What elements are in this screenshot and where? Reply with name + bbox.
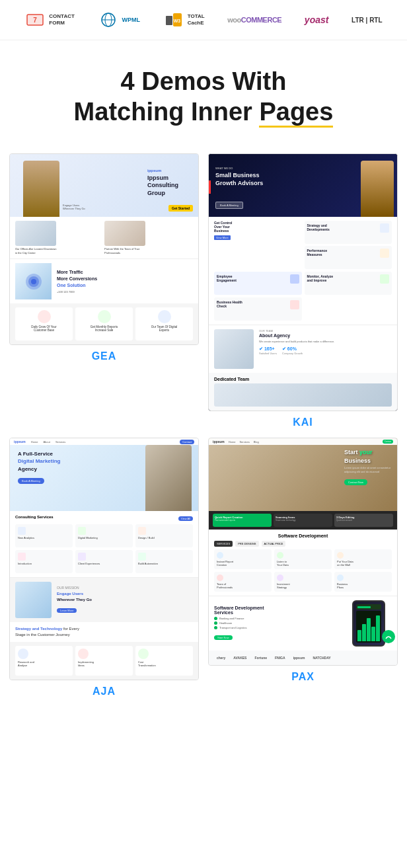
svg-text:W3: W3 <box>173 19 180 23</box>
aja-service-new-analytics: New Analytics <box>15 524 73 547</box>
pax-dev-healthcare: Healthcare <box>214 621 347 625</box>
aja-service-digital-marketing: Digital Marketing <box>75 524 133 547</box>
gea-bottom-section: Daily Grow Of YourCustomer Base Get Mont… <box>10 303 198 344</box>
aja-bottom-research: Research andAnalyse <box>15 646 73 676</box>
gea-person-image <box>23 161 59 217</box>
demos-grid: ippsum Ippsum Consulting Group Get Start… <box>0 147 407 717</box>
gea-traffic-section: More Traffic More Conversions One Soluti… <box>10 258 198 303</box>
pax-logo-chery: chery <box>214 654 228 661</box>
kai-card-employee: EmployeeEngagement <box>214 272 302 295</box>
svg-text:7: 7 <box>34 17 38 24</box>
pax-logo-avakes: AVAKES <box>231 654 249 661</box>
demo-card-aja: ippsum Home About Services Contact A Ful… <box>9 438 199 697</box>
kai-card-strategy: Strategy andDevelopments <box>305 221 392 244</box>
plugin-total-cache: W3 TOTALCachE <box>163 9 205 30</box>
aja-service-design: Design / Build <box>135 524 193 547</box>
gea-bottom-item-1: Daily Grow Of YourCustomer Base <box>15 307 73 340</box>
aja-preview: ippsum Home About Services Contact A Ful… <box>9 438 199 680</box>
pax-service-listen-data: Listen toYour Data <box>274 549 332 569</box>
aja-services-section: Consulting Services View All New Analyti… <box>10 511 198 577</box>
contact-form-icon: 7 <box>24 9 46 30</box>
aja-service-introduction: Introduction <box>15 550 73 573</box>
aja-label: AJA <box>92 686 116 697</box>
pax-logo-fortune: Fortune <box>252 654 270 661</box>
plugin-bar: 7 CONTACTFORM WPML W3 TOTALCachE <box>0 0 407 40</box>
pax-dev-banking: Banking and Finance <box>214 617 347 620</box>
gea-bottom-item-2: Get Monthly ReportsIncrease Sale <box>75 307 133 340</box>
wpml-icon <box>98 9 119 30</box>
pax-service-team: Team ofProfessionals <box>214 572 272 592</box>
hero-underline: Pages <box>259 98 333 128</box>
pax-dev-transport: Transport and Logistics <box>214 626 347 629</box>
gea-hero-text: ippsum Ippsum Consulting Group <box>147 167 178 197</box>
pax-logo-natchday: NATCHDAY <box>310 654 333 661</box>
svg-rect-6 <box>166 16 172 25</box>
pax-quick-editing: 3 Days Editing Quick turn around <box>334 514 393 527</box>
demo-card-kai: WHAT WE DO Small Business Growth Advisor… <box>208 153 398 428</box>
pax-service-put-data: Put Your Dataon the Wall <box>334 549 392 569</box>
kai-hero-text: WHAT WE DO Small Business Growth Advisor… <box>215 164 263 187</box>
total-cache-icon: W3 <box>163 9 184 30</box>
kai-hero: WHAT WE DO Small Business Growth Advisor… <box>209 154 397 217</box>
pax-service-strategy: InvestmentStrategy <box>274 572 332 592</box>
kai-dedicated-team: Dedicated Team <box>209 373 397 411</box>
pax-hero: ippsum Home Services Blog Contact Start … <box>209 438 397 511</box>
gea-thumb2 <box>104 221 145 246</box>
kai-stats: ✔ 165+ Satisfied Users ✔ 60% Company Gro… <box>259 346 334 355</box>
kai-team-section: OUR TEAM About Agency We create experien… <box>209 325 397 373</box>
gea-middle-section: Our Offices Are Located Downtownin the C… <box>10 217 198 258</box>
gea-traffic-text: More Traffic More Conversions One Soluti… <box>57 269 97 294</box>
gea-traffic-image <box>15 263 52 299</box>
demo-card-pax: ippsum Home Services Blog Contact Start … <box>208 438 398 697</box>
pax-quick-report: Quick Report Creation Fast automated rep… <box>213 514 272 527</box>
aja-bottom-section: Research andAnalyse ImplementingIdeas Co… <box>10 642 198 680</box>
kai-card-performance: PerformanceMeasures <box>305 246 392 269</box>
pax-logos-section: chery AVAKES Fortune FNIGA ippsum NATCHD… <box>209 651 397 665</box>
aja-bottom-implementing: ImplementingIdeas <box>75 646 133 676</box>
pax-signal-icon <box>382 630 395 643</box>
hero-section: 4 Demos With Matching Inner Pages <box>0 40 407 147</box>
pax-services-grid: Instant ReportCreation Listen toYour Dat… <box>214 549 392 592</box>
aja-engage-section: OUR MISSION Engage UsersWherever They Go… <box>10 577 198 622</box>
kai-cta-btn: Book A Meeting <box>215 202 243 209</box>
aja-hero: ippsum Home About Services Contact A Ful… <box>10 438 198 511</box>
gea-hero: ippsum Ippsum Consulting Group Get Start… <box>10 154 198 217</box>
aja-strategy-section: Strategy and Technology for Every Stage … <box>10 622 198 642</box>
pax-software-section: Software Development SERVICES PRE DESIGN… <box>209 530 397 596</box>
pax-software-title: Software Development <box>214 533 392 538</box>
pax-service-plans: BusinessPlans <box>334 572 392 592</box>
plugin-contact-form: 7 CONTACTFORM <box>24 9 75 30</box>
pax-tab-price[interactable]: ACTUAL PRICE <box>262 541 286 547</box>
aja-hero-image <box>145 445 192 511</box>
pax-label: PAX <box>291 671 314 683</box>
pax-tab-services[interactable]: SERVICES <box>214 541 233 547</box>
kai-label: KAI <box>293 416 313 428</box>
aja-bottom-cost: CostTransformation <box>135 646 193 676</box>
aja-service-build-auto: Build Automation <box>135 550 193 573</box>
hero-line1: 4 Demos With <box>121 67 287 95</box>
aja-cta-btn: Book A Meeting <box>18 478 44 484</box>
pax-tabs: SERVICES PRE DESIGNS ACTUAL PRICE <box>214 541 392 547</box>
kai-preview: WHAT WE DO Small Business Growth Advisor… <box>208 153 398 411</box>
pax-logo-fniga: FNIGA <box>272 654 288 661</box>
kai-person-image <box>361 161 394 217</box>
pax-tab-predesigns[interactable]: PRE DESIGNS <box>235 541 258 547</box>
kai-card-monitor: Monitor, Analyzeand Improve <box>305 272 392 295</box>
hero-title: 4 Demos With Matching Inner Pages <box>13 67 394 127</box>
kai-team-image <box>214 329 254 369</box>
gea-bottom-item-3: Our Team Of DigitalExperts <box>135 307 193 340</box>
demo-card-gea: ippsum Ippsum Consulting Group Get Start… <box>9 153 199 428</box>
plugin-wpml: WPML <box>98 9 141 30</box>
kai-card-health: Business HealthCheck <box>214 297 302 321</box>
gea-thumb1 <box>15 221 56 246</box>
svg-point-11 <box>31 279 36 284</box>
pax-preview: ippsum Home Services Blog Contact Start … <box>208 438 398 666</box>
plugin-ltr-rtl: LTR | RTL <box>352 17 383 24</box>
pax-phone-mockup <box>352 600 385 647</box>
pax-quick-scanning: Scanning Items Smart scan technology <box>274 514 332 527</box>
aja-service-client-exp: Client Experiences <box>75 550 133 573</box>
aja-engage-image <box>15 582 52 618</box>
aja-text-block: A Full-Service Digital Marketing Agency … <box>18 450 60 485</box>
pax-cta-btn: Contact Now <box>344 479 367 485</box>
gea-preview: ippsum Ippsum Consulting Group Get Start… <box>9 153 199 345</box>
